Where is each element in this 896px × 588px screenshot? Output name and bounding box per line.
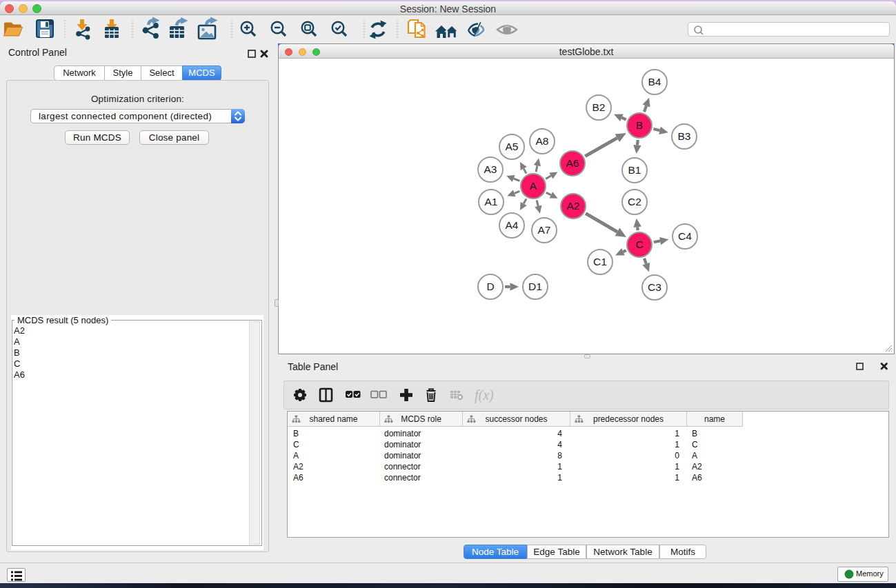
svg-text:C3: C3: [648, 281, 661, 293]
svg-text:A5: A5: [506, 141, 519, 152]
svg-text:C: C: [635, 239, 643, 250]
svg-text:D1: D1: [528, 281, 542, 292]
svg-text:A8: A8: [536, 135, 549, 147]
svg-text:B1: B1: [628, 164, 641, 176]
svg-text:A6: A6: [566, 157, 579, 169]
svg-text:B3: B3: [678, 130, 691, 142]
svg-text:B: B: [636, 119, 643, 131]
svg-text:A1: A1: [485, 196, 498, 207]
svg-text:C1: C1: [593, 256, 607, 267]
svg-text:D: D: [486, 281, 494, 292]
svg-text:f(x): f(x): [475, 387, 494, 403]
svg-text:A4: A4: [506, 219, 519, 231]
svg-text:A3: A3: [484, 163, 497, 175]
svg-text:C4: C4: [678, 230, 692, 242]
svg-text:B4: B4: [648, 76, 661, 88]
svg-text:B2: B2: [593, 101, 606, 113]
svg-text:A7: A7: [538, 224, 551, 236]
svg-text:A2: A2: [567, 200, 580, 212]
svg-text:C2: C2: [628, 196, 641, 207]
svg-text:A: A: [530, 180, 537, 192]
